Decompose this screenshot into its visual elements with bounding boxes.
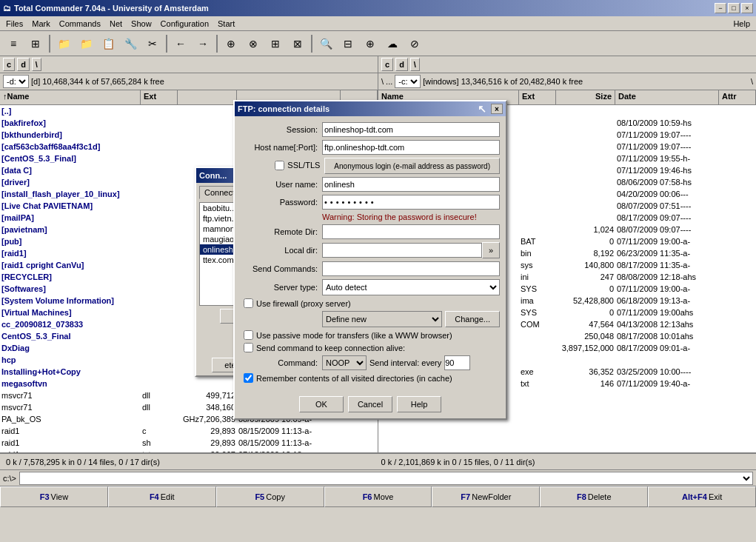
left-col-name[interactable]: ↑Name — [0, 90, 141, 104]
left-col-size[interactable] — [178, 90, 237, 104]
tb-btn-8[interactable]: ⊕ — [221, 33, 241, 54]
menu-help[interactable]: Help — [729, 18, 755, 30]
tb-btn-15[interactable]: ⊘ — [404, 33, 425, 54]
interval-input[interactable] — [444, 355, 470, 370]
menu-net[interactable]: Net — [105, 18, 127, 30]
right-path-combo[interactable]: -c: — [395, 75, 421, 88]
toolbar-separator-1 — [49, 35, 50, 53]
left-drive-c[interactable]: c — [3, 58, 15, 71]
fkey-f3[interactable]: F3 View — [0, 486, 108, 507]
file-date: 08/17/2008 10:01ahs — [615, 332, 719, 341]
file-name: DxDiag — [0, 344, 141, 352]
passive-label[interactable]: Use passive mode for transfers (like a W… — [244, 330, 500, 340]
tb-btn-3[interactable]: 📁 — [53, 33, 74, 54]
fkey-f7[interactable]: F7 NewFolder — [432, 486, 540, 507]
file-name: raid1 — [0, 450, 141, 452]
menu-start[interactable]: Start — [213, 18, 239, 30]
local-dir-input[interactable] — [322, 243, 482, 258]
tb-btn-search[interactable]: 🔍 — [315, 33, 336, 54]
right-drive-c[interactable]: c — [381, 58, 393, 71]
right-col-attr[interactable]: Attr — [719, 90, 756, 104]
tb-btn-4[interactable]: 📁 — [76, 33, 96, 54]
file-name: megasoftvn — [0, 379, 141, 388]
file-ext: SYS — [519, 284, 556, 293]
right-col-size[interactable]: Size — [556, 90, 615, 104]
close-button[interactable]: × — [741, 3, 753, 13]
menu-show[interactable]: Show — [127, 18, 156, 30]
fkey-f4[interactable]: F4 Edit — [108, 486, 216, 507]
ftp-details-close[interactable]: × — [491, 104, 503, 114]
tb-btn-13[interactable]: ⊕ — [360, 33, 381, 54]
tb-btn-12[interactable]: ⊟ — [338, 33, 358, 54]
file-name: raid1 — [0, 438, 141, 447]
tb-btn-2[interactable]: ⊞ — [25, 33, 46, 54]
left-file-row[interactable]: raid1 txt 29,967 07/13/2009 13:18-a- — [0, 449, 378, 452]
passive-checkbox[interactable] — [244, 330, 253, 340]
file-ext: txt — [141, 450, 178, 452]
ssl-checkbox[interactable] — [275, 161, 284, 170]
anonymous-btn[interactable]: Anonymous login (e-mail address as passw… — [324, 158, 500, 174]
menu-files[interactable]: Files — [1, 18, 27, 30]
tb-btn-14[interactable]: ☁ — [382, 33, 403, 54]
right-drive-root[interactable]: \ — [410, 58, 420, 71]
left-drive-d[interactable]: d — [17, 58, 30, 71]
cancel-button[interactable]: Cancel — [348, 396, 392, 412]
right-col-ext[interactable]: Ext — [519, 90, 556, 104]
left-file-row[interactable]: raid1 sh 29,893 08/15/2009 11:13-a- — [0, 437, 378, 449]
tb-btn-7[interactable]: ✂ — [142, 33, 163, 54]
remember-label[interactable]: Remember contents of all visited directo… — [244, 373, 500, 383]
remember-checkbox[interactable] — [244, 373, 253, 383]
keepalive-label[interactable]: Send command to keep connection alive: — [244, 343, 500, 352]
maximize-button[interactable]: □ — [728, 3, 740, 13]
file-name: [Virtual Machines] — [0, 308, 141, 317]
firewall-label[interactable]: Use firewall (proxy server) — [244, 298, 500, 308]
username-input[interactable] — [322, 177, 500, 192]
tb-btn-9[interactable]: ⊗ — [243, 33, 264, 54]
remote-dir-input[interactable] — [322, 224, 500, 239]
tb-btn-fwd[interactable]: → — [193, 33, 213, 54]
tb-btn-1[interactable]: ≡ — [3, 33, 24, 54]
tb-btn-back[interactable]: ← — [170, 33, 191, 54]
ok-button[interactable]: OK — [299, 396, 344, 412]
menu-configuration[interactable]: Configuration — [156, 18, 213, 30]
session-input[interactable] — [322, 122, 500, 137]
change-btn[interactable]: Change... — [445, 311, 500, 327]
right-col-date[interactable]: Date — [615, 90, 719, 104]
keepalive-checkbox[interactable] — [244, 343, 253, 352]
tb-btn-11[interactable]: ⊠ — [287, 33, 308, 54]
host-input[interactable] — [322, 140, 500, 155]
tb-btn-6[interactable]: 🔧 — [120, 33, 141, 54]
minimize-button[interactable]: − — [715, 3, 726, 13]
send-commands-input[interactable] — [322, 261, 500, 276]
file-ext: c — [141, 426, 178, 435]
tb-btn-10[interactable]: ⊞ — [265, 33, 286, 54]
right-path-info: [windows] 13,346,516 k of 20,482,840 k f… — [423, 77, 583, 86]
tb-btn-5[interactable]: 📋 — [98, 33, 118, 54]
password-input[interactable] — [322, 195, 500, 210]
command-select[interactable]: NOOP — [322, 355, 367, 370]
right-drive-d[interactable]: d — [395, 58, 408, 71]
left-col-ext[interactable]: Ext — [141, 90, 178, 104]
server-type-select[interactable]: Auto detect — [322, 279, 500, 295]
file-name: [driver] — [0, 178, 141, 187]
file-date: 07/11/2009 19:07---- — [615, 142, 719, 151]
define-new-select[interactable]: Define new — [322, 311, 442, 327]
status-bar: 0 k / 7,578,295 k in 0 / 14 files, 0 / 1… — [0, 453, 756, 469]
left-drive-root[interactable]: \ — [32, 58, 41, 71]
fkey-f6[interactable]: F6 Move — [324, 486, 432, 507]
menu-commands[interactable]: Commands — [55, 18, 105, 30]
fkey-f5[interactable]: F5 Copy — [216, 486, 324, 507]
ssl-checkbox-label[interactable]: SSL/TLS — [275, 161, 320, 170]
file-size: 0 — [556, 308, 615, 317]
browse-btn[interactable]: » — [482, 242, 500, 258]
fkey-altf4[interactable]: Alt+F4 Exit — [648, 486, 756, 507]
help-button[interactable]: Help — [397, 396, 441, 412]
fkey-f8[interactable]: F8 Delete — [540, 486, 648, 507]
left-path-combo[interactable]: -d: — [3, 75, 29, 88]
file-name: msvcr71 — [0, 391, 141, 400]
define-change-row: Define new Change... — [241, 311, 500, 327]
menu-mark[interactable]: Mark — [27, 18, 54, 30]
left-file-row[interactable]: raid1 c 29,893 08/15/2009 11:13-a- — [0, 425, 378, 437]
firewall-checkbox[interactable] — [244, 298, 253, 308]
cmd-input[interactable] — [19, 472, 753, 485]
